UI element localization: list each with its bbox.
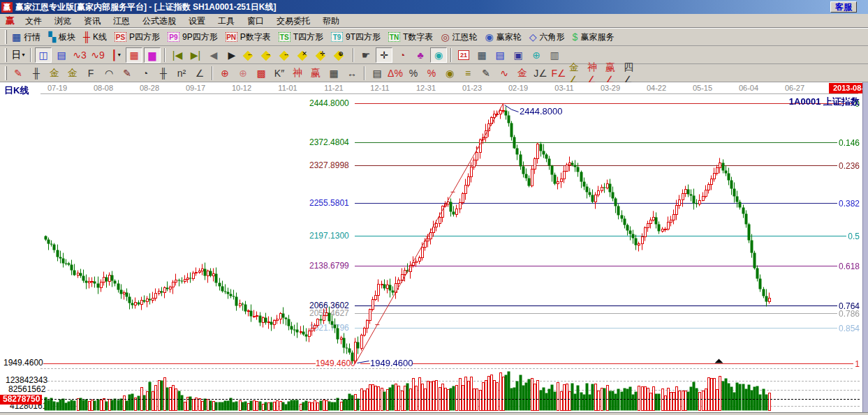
gann-web-1-button[interactable]: ⊕	[235, 66, 251, 81]
k-mark-button[interactable]: K″	[271, 66, 288, 81]
winner-wheel-button[interactable]: ◉赢家轮	[483, 30, 527, 45]
gann-diamond-lr-button[interactable]: ◆↔	[278, 47, 295, 63]
menu-item-公式选股[interactable]: 公式选股	[136, 15, 182, 27]
comb-plain-icon: ╫	[160, 68, 167, 79]
range-arrow-button[interactable]: ↔	[344, 66, 360, 81]
toolbar-handle	[5, 30, 7, 44]
candle-type-icon: ┃	[111, 50, 117, 61]
period-day-button[interactable]: 日▾	[10, 47, 27, 63]
gold-comb-2-button[interactable]: 金	[64, 66, 81, 81]
print-button[interactable]: ▥	[546, 47, 563, 63]
gann-comb-button[interactable]: ╫	[28, 66, 45, 81]
pan-hand-button[interactable]: ☛	[358, 47, 374, 63]
gann-diamond-cross-icon: ◆✛	[316, 48, 330, 62]
t-digits-button[interactable]: TNT数字表	[385, 30, 438, 45]
menu-item-工具[interactable]: 工具	[212, 15, 241, 27]
gold-circle-button[interactable]: ◉	[441, 66, 458, 81]
gann-wheel-button[interactable]: ◎江恩轮	[438, 30, 482, 45]
9t-square-button[interactable]: T99T四方形	[328, 30, 385, 45]
angle-a-button[interactable]: ∠	[191, 66, 208, 81]
9p-square-button[interactable]: P99P四方形	[165, 30, 223, 45]
candlestick-chart[interactable]	[0, 82, 868, 412]
shen-angle-button[interactable]: 神∠	[587, 66, 603, 81]
comb-plain-button[interactable]: ╫	[155, 66, 172, 81]
shen-comb-button[interactable]: 神	[289, 66, 306, 81]
prev-page-button[interactable]: ◀	[205, 47, 222, 63]
trough-price-annotation: 1949.4600	[370, 359, 413, 368]
gann-diamond-left-button[interactable]: ◆←	[242, 47, 258, 63]
percent-button[interactable]: %	[405, 66, 422, 81]
n-square-button[interactable]: n²	[173, 66, 190, 81]
menu-item-窗口[interactable]: 窗口	[241, 15, 270, 27]
winner-service-button[interactable]: $赢家服务	[570, 30, 619, 45]
menu-item-资讯[interactable]: 资讯	[78, 15, 107, 27]
red-grid-button[interactable]: ▦	[126, 47, 142, 63]
save-disk-button[interactable]: ▣	[510, 47, 527, 63]
menu-item-设置[interactable]: 设置	[182, 15, 212, 27]
first-page-button[interactable]: |◀	[169, 47, 186, 63]
f-angle-button[interactable]: F∠	[550, 66, 567, 81]
sectors-button[interactable]: ▚板块	[45, 30, 80, 45]
grid-123-button[interactable]: ▦	[325, 66, 342, 81]
kline-button[interactable]: ╫K线	[80, 30, 112, 45]
gold-comb-1-button[interactable]: 金	[46, 66, 63, 81]
vertical-scrollbar[interactable]	[862, 82, 868, 412]
zone-percent-button[interactable]: Δ%	[387, 66, 404, 81]
customer-service-button[interactable]: 客服	[830, 1, 857, 13]
time-circle-button[interactable]: ◔	[137, 66, 154, 81]
net-chart-button[interactable]: ⊕	[528, 47, 545, 63]
t-square-button[interactable]: TST四方形	[276, 30, 328, 45]
menu-item-浏览[interactable]: 浏览	[48, 15, 78, 27]
histogram-button[interactable]: ▆	[144, 47, 161, 63]
circle-cross-icon: ⊕	[221, 68, 229, 79]
ying-comb-button[interactable]: 赢	[307, 66, 324, 81]
gann-web-2-button[interactable]: ▩	[253, 66, 270, 81]
p-digits-label: P数字表	[240, 31, 271, 43]
hexagon-icon: ◇	[529, 31, 537, 43]
gann-flower-button[interactable]: ♣	[412, 47, 429, 63]
next-page-button[interactable]: ▶	[223, 47, 240, 63]
ma-3-button[interactable]: ∿3	[71, 47, 88, 63]
gann-diamond-x-button[interactable]: ◆✕	[296, 47, 313, 63]
menu-item-江恩[interactable]: 江恩	[107, 15, 136, 27]
ying-angle-button[interactable]: 赢∠	[605, 66, 621, 81]
gann-diamond-right-button[interactable]: ◆→	[260, 47, 277, 63]
menu-item-交易委托[interactable]: 交易委托	[270, 15, 316, 27]
crosshair-button[interactable]: ✛	[376, 47, 392, 63]
calculator-button[interactable]: ▦	[473, 47, 490, 63]
candle-type-button[interactable]: ┃▾	[108, 47, 124, 63]
menu-item-文件[interactable]: 文件	[19, 15, 48, 27]
circle-cross-button[interactable]: ⊕	[216, 66, 233, 81]
wave-button[interactable]: ∿	[496, 66, 513, 81]
calculator-icon: ▦	[477, 50, 486, 61]
percent-line-button[interactable]: %	[423, 66, 440, 81]
gold-lines-button[interactable]: ≡	[459, 66, 476, 81]
candle-type-dropdown-icon[interactable]: ▾	[118, 52, 121, 58]
chart-window-button[interactable]: ◫	[35, 47, 52, 63]
period-day-dropdown-icon[interactable]: ▾	[22, 52, 24, 58]
four-angle-button[interactable]: 四∠	[623, 66, 640, 81]
gold-angle-button[interactable]: 金∠	[568, 66, 585, 81]
gann-diamond-cross-button[interactable]: ◆✛	[314, 47, 331, 63]
gann-diamond-star-button[interactable]: ◆⊕	[332, 47, 349, 63]
spiral-arc-button[interactable]: ◠	[101, 66, 117, 81]
brain-analysis-button[interactable]: ◉	[430, 47, 447, 63]
ink-mark-button[interactable]: ✎	[478, 66, 494, 81]
draw-pen-2-button[interactable]: ✎	[119, 66, 135, 81]
stats-list-button[interactable]: ▤	[369, 66, 385, 81]
notepad-button[interactable]: ▤	[492, 47, 508, 63]
quotes-button[interactable]: ▦行情	[9, 30, 45, 45]
info-panel-button[interactable]: ▤	[53, 47, 70, 63]
j-angle-button[interactable]: J∠	[532, 66, 549, 81]
p-square-button[interactable]: PSP四方形	[112, 30, 165, 45]
calendar-button[interactable]: 21	[455, 47, 472, 63]
last-page-button[interactable]: ▶|	[187, 47, 204, 63]
fib-comb-button[interactable]: F	[82, 66, 99, 81]
ma-9-button[interactable]: ∿9	[89, 47, 106, 63]
draw-pen-button[interactable]: ✎	[10, 66, 27, 81]
p-digits-button[interactable]: PNP数字表	[223, 30, 276, 45]
menu-item-帮助[interactable]: 帮助	[316, 15, 346, 27]
hexagon-button[interactable]: ◇六角形	[527, 30, 570, 45]
gold-red-lines-button[interactable]: 金	[514, 66, 531, 81]
zoom-button[interactable]: ◔	[394, 47, 411, 63]
